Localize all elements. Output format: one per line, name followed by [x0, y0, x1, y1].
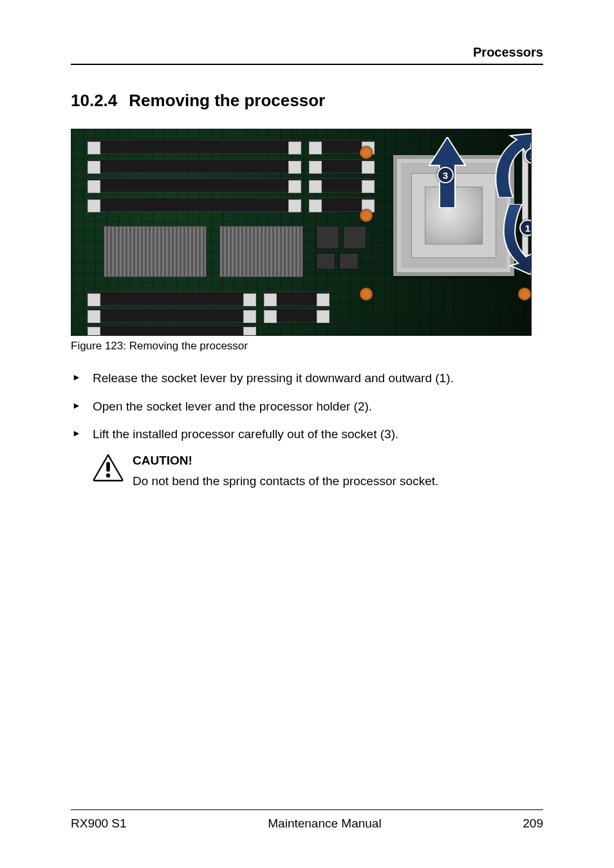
warning-icon — [93, 454, 124, 482]
step-item: Open the socket lever and the processor … — [71, 398, 543, 416]
cpu — [411, 173, 496, 258]
chip — [343, 226, 366, 249]
section-number: 10.2.4 — [71, 91, 117, 111]
dimm-slot — [265, 291, 329, 306]
standoff — [360, 288, 373, 300]
dimm-slot — [88, 308, 256, 322]
standoff — [360, 209, 373, 222]
section-title-text: Removing the processor — [129, 91, 325, 110]
section-heading: 10.2.4Removing the processor — [71, 91, 543, 111]
dimm-slot — [310, 159, 374, 173]
header-rule — [71, 64, 543, 65]
dimm-slot — [88, 140, 301, 154]
header-section-label: Processors — [71, 45, 543, 60]
dimm-slot — [265, 308, 329, 322]
step-item: Release the socket lever by pressing it … — [71, 369, 543, 387]
dimm-slot — [88, 178, 301, 192]
chip — [316, 226, 339, 249]
page-footer: RX900 S1 Maintenance Manual 209 — [71, 809, 543, 831]
heatsink — [219, 226, 303, 277]
callout-1: 1 — [519, 219, 532, 236]
caution-heading: CAUTION! — [133, 454, 438, 468]
dimm-slot — [88, 291, 256, 306]
caution-text: CAUTION! Do not bend the spring contacts… — [133, 454, 438, 488]
chip — [316, 253, 335, 270]
dimm-slot — [88, 159, 301, 173]
figure-caption: Figure 123: Removing the processor — [71, 340, 543, 353]
footer-model: RX900 S1 — [71, 817, 127, 831]
caution-body: Do not bend the spring contacts of the p… — [133, 474, 438, 488]
chip — [339, 253, 358, 270]
step-item: Lift the installed processor carefully o… — [71, 425, 543, 443]
caution-block: CAUTION! Do not bend the spring contacts… — [93, 454, 543, 488]
standoff — [360, 146, 373, 159]
page: Processors 10.2.4Removing the processor — [0, 0, 614, 868]
standoff — [518, 288, 531, 300]
dimm-slot — [88, 198, 301, 212]
footer-page-number: 209 — [523, 817, 543, 831]
step-list: Release the socket lever by pressing it … — [71, 369, 543, 443]
dimm-slot — [88, 325, 256, 336]
footer-title: Maintenance Manual — [268, 817, 381, 831]
svg-point-1 — [106, 473, 110, 477]
footer-rule — [71, 809, 543, 810]
figure-image: 1 2 3 — [71, 129, 532, 336]
svg-rect-0 — [106, 462, 110, 472]
dimm-slot — [310, 178, 374, 192]
cpu-socket — [393, 155, 514, 276]
heatsink — [104, 226, 207, 277]
callout-3: 3 — [437, 167, 454, 183]
